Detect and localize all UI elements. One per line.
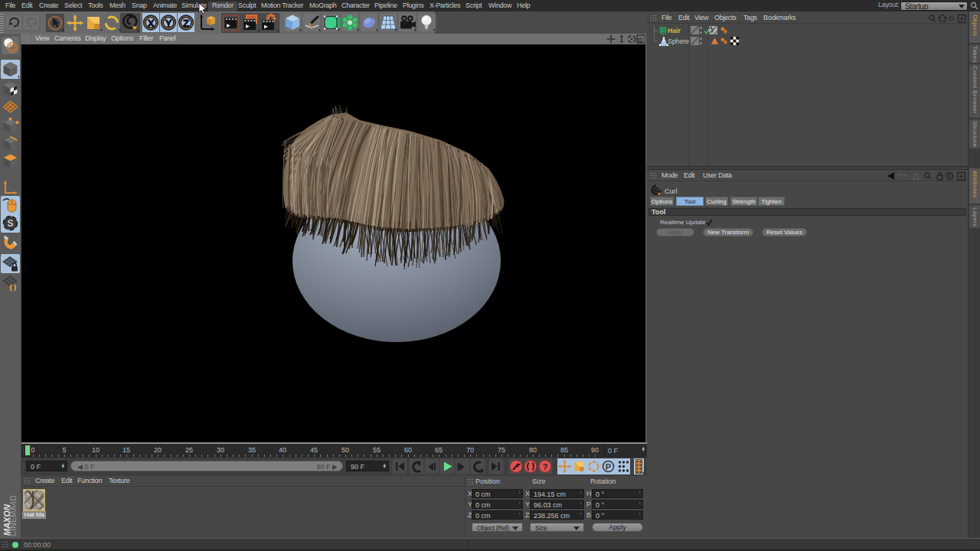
svg-text:P: P: [606, 462, 611, 471]
svg-text:Z: Z: [183, 18, 189, 29]
svg-text:X: X: [148, 18, 155, 29]
svg-text:?: ?: [543, 462, 548, 471]
svg-text:S: S: [7, 218, 13, 229]
svg-text:Y: Y: [165, 18, 172, 29]
